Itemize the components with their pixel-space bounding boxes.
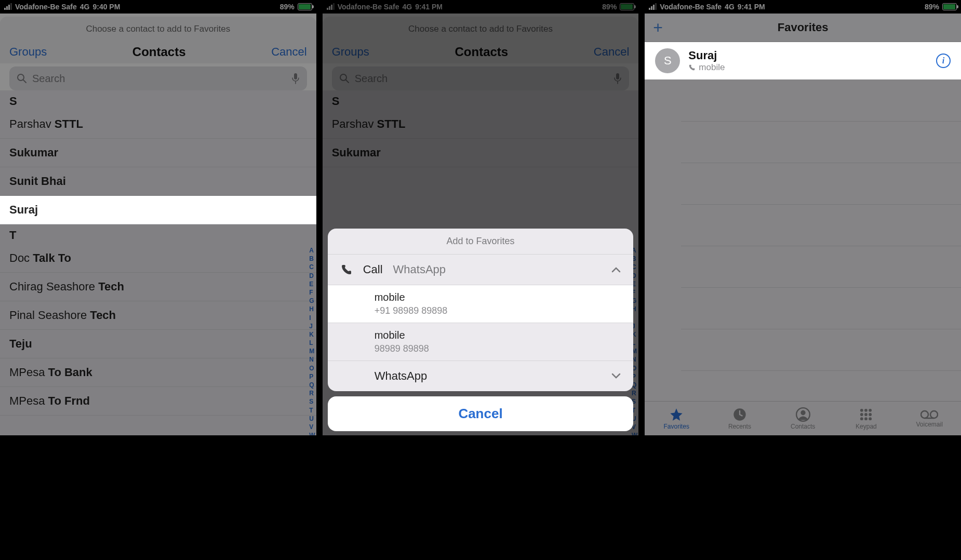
svg-point-9 (860, 408, 863, 411)
groups-button[interactable]: Groups (9, 45, 47, 59)
call-label: Call (363, 263, 383, 276)
alpha-index[interactable]: ABCDEFGHIJKLMNOPQRSTUVWXYZ# (309, 246, 315, 435)
section-header: S (0, 90, 316, 110)
tab-contacts[interactable]: Contacts (771, 402, 835, 435)
favorite-row[interactable]: S Suraj mobile i (645, 42, 961, 79)
status-bar: Vodafone-Be Safe 4G 9:41 PM 89% (645, 0, 961, 14)
tab-label: Voicemail (916, 421, 942, 428)
whatsapp-label: WhatsApp (393, 263, 446, 276)
contact-row[interactable]: MPesa To Frnd (0, 387, 316, 416)
sheet-options-card: Add to Favorites Call WhatsApp mobile+91… (328, 229, 634, 391)
svg-rect-2 (294, 73, 297, 79)
call-option-row[interactable]: Call WhatsApp (328, 254, 634, 285)
number-type: mobile (375, 291, 621, 303)
contact-row[interactable]: Sukumar (0, 139, 316, 167)
cancel-button[interactable]: Cancel (271, 45, 306, 59)
screen-contacts-list: Vodafone-Be Safe 4G 9:40 PM 89% Choose a… (0, 0, 316, 435)
tab-voicemail[interactable]: Voicemail (898, 402, 961, 435)
page-title: Favorites (778, 21, 829, 34)
cancel-sheet-button[interactable]: Cancel (328, 396, 634, 431)
info-icon[interactable]: i (936, 54, 951, 68)
tab-label: Recents (728, 423, 751, 430)
signal-icon (649, 4, 657, 10)
search-input[interactable]: Search (9, 66, 307, 90)
svg-point-14 (869, 413, 872, 416)
avatar: S (655, 48, 680, 73)
svg-point-11 (869, 408, 872, 411)
status-bar: Vodafone-Be Safe 4G 9:40 PM 89% (0, 0, 316, 14)
clock-label: 9:40 PM (92, 3, 120, 11)
svg-point-13 (864, 413, 867, 416)
battery-percent: 89% (280, 3, 295, 11)
carrier-label: Vodafone-Be Safe (15, 3, 77, 11)
tab-label: Favorites (664, 423, 689, 430)
favorite-text: Suraj mobile (688, 49, 928, 73)
tab-keypad[interactable]: Keypad (835, 402, 898, 435)
svg-point-0 (18, 74, 24, 81)
tab-favorites[interactable]: Favorites (645, 402, 708, 435)
favorites-empty-area (645, 79, 961, 401)
favorite-name: Suraj (688, 49, 928, 62)
phone-icon (340, 263, 353, 276)
svg-point-8 (800, 410, 805, 415)
carrier-label: Vodafone-Be Safe (660, 3, 722, 11)
contact-row[interactable]: Parshav STTL (0, 110, 316, 139)
search-placeholder: Search (32, 73, 286, 85)
svg-point-17 (869, 417, 872, 420)
number-value: +91 98989 89898 (375, 305, 621, 316)
svg-point-19 (930, 411, 938, 418)
tab-label: Keypad (856, 423, 877, 430)
svg-point-15 (860, 417, 863, 420)
svg-line-1 (23, 80, 26, 83)
chevron-up-icon (611, 266, 621, 273)
contact-row[interactable]: Chirag Seashore Tech (0, 273, 316, 301)
search-icon (17, 73, 27, 84)
network-tech: 4G (80, 3, 90, 11)
battery-percent: 89% (925, 3, 939, 11)
tab-bar: Favorites Recents Contacts Keypad (645, 401, 961, 435)
section-header: T (0, 224, 316, 244)
contact-row[interactable]: Suraj (0, 196, 316, 224)
contacts-title: Contacts (132, 45, 186, 59)
whatsapp-row[interactable]: WhatsApp (328, 361, 634, 391)
sheet-prompt: Choose a contact to add to Favorites (0, 17, 316, 39)
contact-row[interactable]: Sunit Bhai (0, 167, 316, 196)
number-type: mobile (375, 329, 621, 341)
nav-row: Groups Contacts Cancel (0, 39, 316, 63)
add-favorite-button[interactable]: + (653, 19, 663, 36)
sheet-title: Add to Favorites (328, 229, 634, 254)
contact-row[interactable]: Doc Talk To (0, 244, 316, 273)
contact-row[interactable]: Teju (0, 330, 316, 358)
svg-point-16 (864, 417, 867, 420)
screen-add-favorites-sheet: Vodafone-Be Safe 4G 9:41 PM 89% Choose a… (323, 0, 639, 435)
number-option[interactable]: mobile98989 89898 (328, 323, 634, 361)
svg-point-12 (860, 413, 863, 416)
favorites-header: + Favorites (645, 14, 961, 42)
clock-label: 9:41 PM (738, 3, 765, 11)
favorite-type: mobile (699, 62, 725, 73)
chevron-down-icon (611, 373, 621, 379)
star-icon (669, 407, 684, 422)
phone-small-icon (688, 64, 696, 71)
battery-icon (298, 3, 312, 10)
contacts-list[interactable]: SParshav STTLSukumarSunit BhaiSurajTDoc … (0, 90, 316, 435)
network-tech: 4G (725, 3, 735, 11)
tab-recents[interactable]: Recents (708, 402, 771, 435)
screen-favorites: Vodafone-Be Safe 4G 9:41 PM 89% + Favori… (645, 0, 961, 435)
whatsapp-text: WhatsApp (375, 369, 428, 383)
voicemail-icon (920, 409, 938, 420)
mic-icon[interactable] (291, 73, 300, 84)
signal-icon (4, 4, 12, 10)
number-value: 98989 89898 (375, 343, 621, 354)
battery-icon (942, 3, 957, 10)
tab-label: Contacts (791, 423, 815, 430)
person-icon (796, 407, 810, 422)
clock-icon (732, 407, 747, 422)
svg-point-18 (921, 411, 928, 418)
number-option[interactable]: mobile+91 98989 89898 (328, 285, 634, 323)
keypad-icon (859, 407, 873, 422)
action-sheet: Add to Favorites Call WhatsApp mobile+91… (328, 229, 634, 431)
contact-row[interactable]: Pinal Seashore Tech (0, 301, 316, 330)
contact-row[interactable]: MPesa To Bank (0, 358, 316, 387)
svg-point-10 (864, 408, 867, 411)
